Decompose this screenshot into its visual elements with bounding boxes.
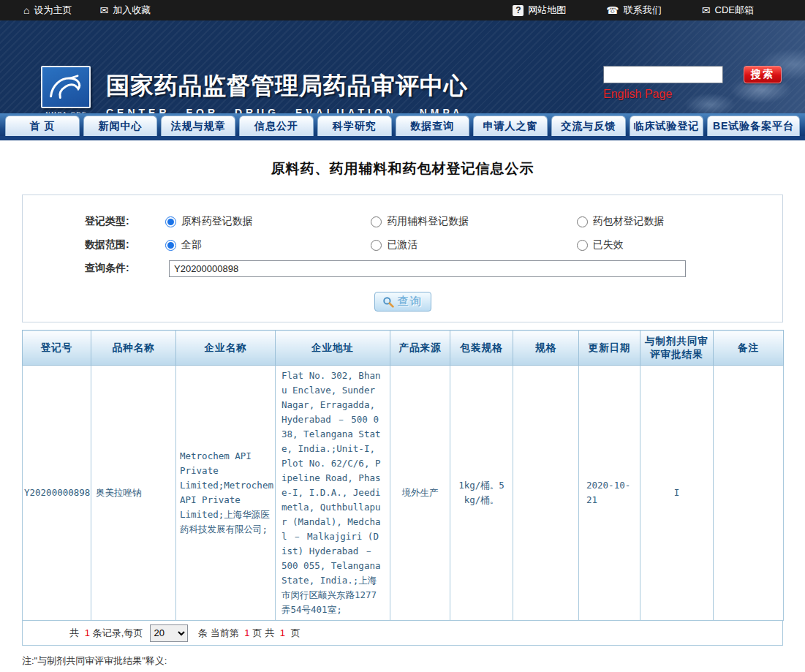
cde-logo-icon: [41, 66, 91, 108]
reg-type-label: 登记类型:: [85, 215, 165, 228]
col-header-company-name: 企业名称: [176, 331, 276, 366]
reg-type-row: 登记类型: 原料药登记数据 药用辅料登记数据 药包材登记数据: [23, 210, 782, 233]
set-home-label: 设为主页: [34, 4, 72, 17]
reg-type-option-packaging-label: 药包材登记数据: [593, 215, 665, 228]
main-nav: 首 页 新闻中心 法规与规章 信息公开 科学研究 数据查询 申请人之窗 交流与反…: [0, 113, 805, 136]
pager-seg3: 条 当前第: [195, 627, 241, 640]
col-header-update-date: 更新日期: [579, 331, 640, 366]
site-title-block: 国家药品监督管理局药品审评中心 CENTER FOR DRUG EVALUATI…: [106, 70, 468, 113]
english-page-link[interactable]: English Page: [603, 88, 672, 101]
cell-product-source: 境外生产: [390, 366, 450, 621]
main-content: 原料药、药用辅料和药包材登记信息公示 登记类型: 原料药登记数据 药用辅料登记数…: [0, 140, 805, 672]
cell-remarks: [714, 366, 784, 621]
header-search-input[interactable]: [603, 66, 723, 83]
sitemap-label: 网站地图: [528, 4, 566, 17]
add-favorite-link[interactable]: ✉ 加入收藏: [99, 4, 151, 17]
reg-type-option-api-label: 原料药登记数据: [181, 215, 253, 228]
query-panel: 登记类型: 原料药登记数据 药用辅料登记数据 药包材登记数据 数据范围: 全部: [22, 195, 783, 322]
pager-seg5: 页: [288, 627, 301, 640]
scope-option-expired-label: 已失效: [593, 238, 624, 252]
query-condition-label: 查询条件:: [85, 262, 169, 275]
col-header-product-name: 品种名称: [91, 331, 176, 366]
topbar: ⌂ 设为主页 ✉ 加入收藏 ? 网站地图 ☎ 联系我们 ✉ CDE邮箱: [0, 0, 805, 20]
site-logo[interactable]: NMPA CDE: [41, 66, 92, 113]
pager-total-records: 1: [85, 627, 90, 638]
reg-type-radio-api[interactable]: [165, 216, 176, 227]
page-title: 原料药、药用辅料和药包材登记信息公示: [22, 140, 783, 195]
tab-science[interactable]: 科学研究: [317, 116, 392, 136]
tab-applicant-window[interactable]: 申请人之窗: [473, 116, 548, 136]
reg-type-option-api[interactable]: 原料药登记数据: [165, 215, 371, 228]
contact-link[interactable]: ☎ 联系我们: [606, 4, 661, 17]
pager-seg4: 页 共: [253, 627, 277, 640]
set-home-link[interactable]: ⌂ 设为主页: [23, 4, 72, 17]
pager-total-pages: 1: [280, 627, 285, 638]
cell-spec: [513, 366, 579, 621]
phone-icon: ☎: [606, 5, 619, 15]
reg-type-option-excipient[interactable]: 药用辅料登记数据: [371, 215, 576, 228]
scope-option-all-label: 全部: [181, 238, 202, 252]
question-icon: ?: [513, 5, 524, 16]
tab-home[interactable]: 首 页: [5, 116, 80, 136]
note-title: 注:"与制剂共同审评审批结果"释义:: [22, 652, 783, 671]
cell-company-name: Metrochem API Private Limited;Metrochem …: [176, 366, 276, 621]
scope-radio-all[interactable]: [165, 240, 176, 251]
page-size-select[interactable]: 20: [150, 624, 188, 642]
site-title-chinese: 国家药品监督管理局药品审评中心: [106, 70, 468, 102]
cell-joint-review-result: I: [640, 366, 714, 621]
cde-mail-link[interactable]: ✉ CDE邮箱: [702, 4, 754, 17]
col-header-remarks: 备注: [714, 331, 784, 366]
tab-be-platform[interactable]: BE试验备案平台: [707, 116, 800, 136]
query-button[interactable]: 查询: [374, 292, 431, 312]
contact-label: 联系我们: [624, 4, 662, 17]
scope-option-expired[interactable]: 已失效: [577, 238, 782, 252]
tab-clinical-trial-reg[interactable]: 临床试验登记: [630, 116, 704, 136]
scope-option-active-label: 已激活: [387, 238, 417, 252]
logo-caption: NMPA CDE: [41, 110, 92, 113]
reg-type-radio-excipient[interactable]: [371, 216, 382, 227]
site-header: NMPA CDE 国家药品监督管理局药品审评中心 CENTER FOR DRUG…: [0, 20, 805, 113]
tab-info-disclosure[interactable]: 信息公开: [239, 116, 314, 136]
scope-radio-active[interactable]: [371, 240, 382, 251]
col-header-spec: 规格: [513, 331, 579, 366]
site-title-english: CENTER FOR DRUG EVALUATION, NMPA: [106, 107, 468, 113]
scope-option-all[interactable]: 全部: [165, 238, 371, 252]
sitemap-link[interactable]: ? 网站地图: [513, 4, 566, 17]
reg-type-radio-packaging[interactable]: [577, 216, 588, 227]
tab-data-query[interactable]: 数据查询: [396, 116, 470, 136]
tab-exchange-feedback[interactable]: 交流与反馈: [551, 116, 626, 136]
query-condition-input[interactable]: [169, 260, 686, 277]
reg-type-option-excipient-label: 药用辅料登记数据: [387, 215, 469, 228]
cell-update-date: 2020-10-21: [579, 366, 640, 621]
scope-option-active[interactable]: 已激活: [371, 238, 576, 252]
col-header-reg-no: 登记号: [23, 331, 91, 366]
cde-mail-label: CDE邮箱: [715, 4, 754, 17]
cell-reg-no: Y20200000898: [23, 366, 91, 621]
scope-label: 数据范围:: [85, 238, 165, 252]
mail-icon: ✉: [702, 5, 711, 15]
cell-packaging-spec: 1kg/桶。5 kg/桶。: [450, 366, 513, 621]
home-icon: ⌂: [23, 5, 29, 15]
reg-type-option-packaging[interactable]: 药包材登记数据: [577, 215, 782, 228]
col-header-product-source: 产品来源: [390, 331, 450, 366]
tab-regulations[interactable]: 法规与规章: [161, 116, 235, 136]
pagination-bar: 共 1条记录,每页 20 条 当前第 1页 共 1 页: [22, 621, 783, 646]
pager-current-page: 1: [244, 627, 249, 638]
query-button-label: 查询: [398, 295, 423, 309]
scope-row: 数据范围: 全部 已激活 已失效: [23, 233, 782, 257]
swan-icon: [45, 70, 86, 104]
magnifier-icon: [382, 296, 394, 308]
col-header-company-address: 企业地址: [276, 331, 390, 366]
tab-news[interactable]: 新闻中心: [83, 116, 158, 136]
header-search-button[interactable]: 搜索: [744, 66, 782, 83]
cell-company-address: Flat No. 302, Bhanu Enclave, Sunder Naga…: [276, 366, 390, 621]
query-condition-row: 查询条件:: [23, 257, 782, 280]
col-header-packaging-spec: 包装规格: [450, 331, 513, 366]
pager-seg1: 共: [69, 627, 82, 640]
notes-section: 注:"与制剂共同审评审批结果"释义: 符号 代表含义 A 已批准在上市制剂使用的…: [22, 646, 783, 672]
scope-radio-expired[interactable]: [577, 240, 588, 251]
add-favorite-label: 加入收藏: [113, 4, 151, 17]
table-row: Y20200000898 奥美拉唑钠 Metrochem API Private…: [23, 366, 784, 621]
col-header-joint-review-result: 与制剂共同审评审批结果: [640, 331, 714, 366]
results-table: 登记号 品种名称 企业名称 企业地址 产品来源 包装规格 规格 更新日期 与制剂…: [22, 330, 784, 621]
